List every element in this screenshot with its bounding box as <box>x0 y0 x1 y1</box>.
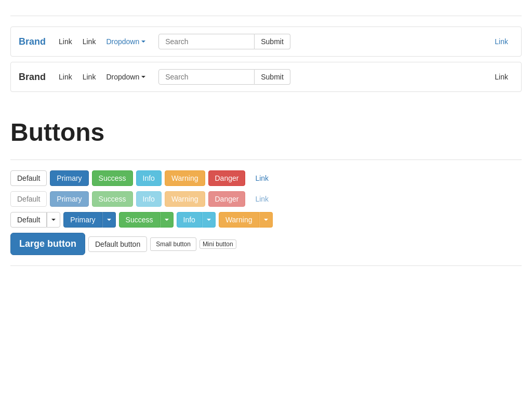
navbar2-dropdown-caret-icon <box>141 76 145 78</box>
navbar2-link2[interactable]: Link <box>77 69 101 85</box>
split-warning-caret[interactable] <box>259 212 273 228</box>
split-info-caret[interactable] <box>202 212 216 228</box>
split-default: Default <box>10 212 60 228</box>
btn-info-disabled[interactable]: Info <box>136 191 162 207</box>
split-info-caret-icon <box>207 219 211 221</box>
btn-default-size[interactable]: Default button <box>88 236 147 252</box>
btn-success[interactable]: Success <box>92 170 133 186</box>
buttons-row-disabled: Default Primary Success Info Warning Dan… <box>10 191 522 207</box>
navbar-dark: Brand Link Link Dropdown Submit Link <box>10 62 522 92</box>
split-warning: Warning <box>219 212 273 228</box>
navbar2-right: Link <box>489 69 513 85</box>
btn-large[interactable]: Large button <box>10 233 85 255</box>
btn-primary[interactable]: Primary <box>50 170 88 186</box>
navbar1-right-link[interactable]: Link <box>489 33 513 50</box>
navbar1-brand[interactable]: Brand <box>19 36 46 47</box>
btn-primary-disabled[interactable]: Primary <box>50 191 88 207</box>
btn-danger[interactable]: Danger <box>208 170 246 186</box>
btn-warning[interactable]: Warning <box>165 170 205 186</box>
buttons-heading: Buttons <box>10 118 522 147</box>
top-divider <box>10 16 522 16</box>
navbar2-dropdown-label: Dropdown <box>106 73 139 81</box>
split-success-caret-icon <box>165 219 169 221</box>
btn-danger-disabled[interactable]: Danger <box>208 191 246 207</box>
split-success-caret[interactable] <box>160 212 174 228</box>
split-warning-caret-icon <box>264 219 268 221</box>
navbar1-dropdown[interactable]: Dropdown <box>101 33 151 50</box>
navbar2-brand[interactable]: Brand <box>19 72 46 83</box>
buttons-bottom-divider <box>10 265 522 266</box>
split-success: Success <box>119 212 174 228</box>
btn-default[interactable]: Default <box>10 170 47 186</box>
navbar2-dropdown[interactable]: Dropdown <box>101 69 151 85</box>
navbar1-link1[interactable]: Link <box>54 33 77 50</box>
btn-info[interactable]: Info <box>136 170 162 186</box>
navbar1-right: Link <box>489 33 513 50</box>
btn-warning-disabled[interactable]: Warning <box>165 191 205 207</box>
btn-success-disabled[interactable]: Success <box>92 191 133 207</box>
split-success-main[interactable]: Success <box>119 212 160 228</box>
navbar2-submit-button[interactable]: Submit <box>255 69 290 85</box>
btn-small[interactable]: Small button <box>150 237 196 251</box>
split-info-main[interactable]: Info <box>177 212 202 228</box>
btn-default-disabled[interactable]: Default <box>10 191 47 207</box>
navbar1-search-group: Submit <box>158 34 290 49</box>
split-primary-main[interactable]: Primary <box>63 212 102 228</box>
split-primary-caret-icon <box>107 219 111 221</box>
btn-mini[interactable]: Mini button <box>200 240 236 249</box>
split-default-caret-icon <box>51 219 56 221</box>
navbar2-search-group: Submit <box>158 69 290 85</box>
split-primary: Primary <box>63 212 115 228</box>
navbar1-submit-button[interactable]: Submit <box>255 34 290 49</box>
navbar1-search-input[interactable] <box>158 34 255 49</box>
split-warning-main[interactable]: Warning <box>219 212 259 228</box>
navbar1-dropdown-caret-icon <box>141 41 145 43</box>
buttons-row-normal: Default Primary Success Info Warning Dan… <box>10 170 522 186</box>
buttons-top-divider <box>10 159 522 160</box>
btn-link-disabled[interactable]: Link <box>248 191 275 207</box>
navbar-colored: Brand Link Link Dropdown Submit Link <box>10 26 522 57</box>
split-default-main[interactable]: Default <box>10 212 47 228</box>
navbar1-dropdown-label: Dropdown <box>106 37 139 46</box>
navbar2-search-input[interactable] <box>158 69 255 85</box>
split-info: Info <box>177 212 216 228</box>
navbar1-link2[interactable]: Link <box>77 33 101 50</box>
navbar2-link1[interactable]: Link <box>54 69 77 85</box>
navbar2-right-link[interactable]: Link <box>489 69 513 85</box>
split-default-caret[interactable] <box>47 212 60 228</box>
buttons-row-sizes: Large button Default button Small button… <box>10 233 522 255</box>
btn-link[interactable]: Link <box>248 170 275 186</box>
buttons-row-split: Default Primary Success Info Warning <box>10 212 522 228</box>
split-primary-caret[interactable] <box>102 212 116 228</box>
